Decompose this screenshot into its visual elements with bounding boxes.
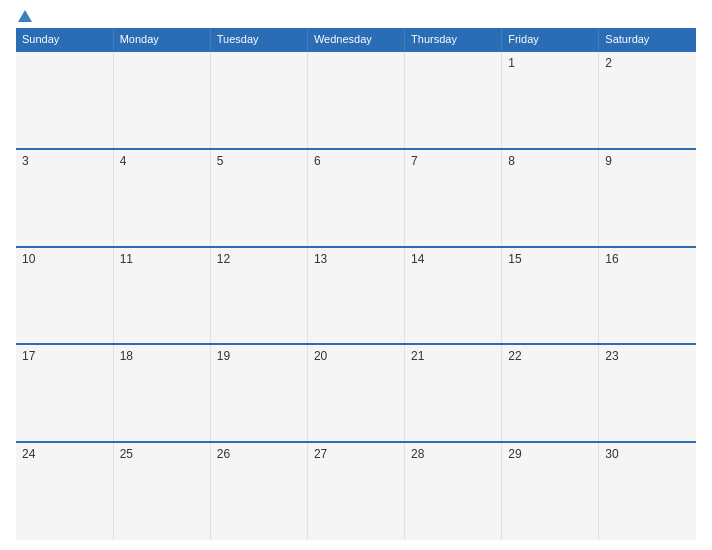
day-cell-13: 13	[307, 247, 404, 345]
week-row-0: 12	[16, 51, 696, 149]
day-number: 19	[217, 349, 230, 363]
day-cell-28: 28	[405, 442, 502, 540]
day-number: 13	[314, 252, 327, 266]
day-number: 27	[314, 447, 327, 461]
week-row-3: 17181920212223	[16, 344, 696, 442]
empty-cell	[16, 51, 113, 149]
day-cell-15: 15	[502, 247, 599, 345]
day-cell-23: 23	[599, 344, 696, 442]
day-number: 3	[22, 154, 29, 168]
day-cell-26: 26	[210, 442, 307, 540]
day-cell-30: 30	[599, 442, 696, 540]
day-cell-9: 9	[599, 149, 696, 247]
week-row-1: 3456789	[16, 149, 696, 247]
day-cell-5: 5	[210, 149, 307, 247]
weekday-header-thursday: Thursday	[405, 28, 502, 51]
day-number: 6	[314, 154, 321, 168]
day-cell-21: 21	[405, 344, 502, 442]
day-cell-25: 25	[113, 442, 210, 540]
day-number: 14	[411, 252, 424, 266]
weekday-header-wednesday: Wednesday	[307, 28, 404, 51]
day-cell-22: 22	[502, 344, 599, 442]
day-number: 24	[22, 447, 35, 461]
logo-blue-row	[18, 10, 36, 22]
day-cell-16: 16	[599, 247, 696, 345]
day-cell-6: 6	[307, 149, 404, 247]
day-number: 4	[120, 154, 127, 168]
day-number: 5	[217, 154, 224, 168]
day-cell-24: 24	[16, 442, 113, 540]
logo-triangle-icon	[18, 10, 32, 22]
weekday-header-saturday: Saturday	[599, 28, 696, 51]
week-row-2: 10111213141516	[16, 247, 696, 345]
day-number: 2	[605, 56, 612, 70]
day-number: 21	[411, 349, 424, 363]
empty-cell	[405, 51, 502, 149]
day-cell-20: 20	[307, 344, 404, 442]
day-cell-17: 17	[16, 344, 113, 442]
day-number: 28	[411, 447, 424, 461]
day-cell-3: 3	[16, 149, 113, 247]
calendar-table: SundayMondayTuesdayWednesdayThursdayFrid…	[16, 28, 696, 540]
day-number: 17	[22, 349, 35, 363]
day-number: 9	[605, 154, 612, 168]
day-number: 29	[508, 447, 521, 461]
calendar-header	[16, 10, 696, 22]
day-number: 20	[314, 349, 327, 363]
weekday-header-monday: Monday	[113, 28, 210, 51]
day-number: 26	[217, 447, 230, 461]
day-cell-18: 18	[113, 344, 210, 442]
weekday-header-row: SundayMondayTuesdayWednesdayThursdayFrid…	[16, 28, 696, 51]
day-cell-14: 14	[405, 247, 502, 345]
day-number: 30	[605, 447, 618, 461]
day-number: 22	[508, 349, 521, 363]
day-cell-4: 4	[113, 149, 210, 247]
day-number: 16	[605, 252, 618, 266]
day-cell-8: 8	[502, 149, 599, 247]
weekday-header-tuesday: Tuesday	[210, 28, 307, 51]
empty-cell	[307, 51, 404, 149]
day-number: 11	[120, 252, 133, 266]
day-number: 15	[508, 252, 521, 266]
day-cell-12: 12	[210, 247, 307, 345]
day-cell-2: 2	[599, 51, 696, 149]
day-cell-1: 1	[502, 51, 599, 149]
day-cell-27: 27	[307, 442, 404, 540]
weekday-header-friday: Friday	[502, 28, 599, 51]
day-number: 25	[120, 447, 133, 461]
day-cell-10: 10	[16, 247, 113, 345]
logo	[18, 10, 36, 22]
empty-cell	[113, 51, 210, 149]
empty-cell	[210, 51, 307, 149]
day-cell-19: 19	[210, 344, 307, 442]
week-row-4: 24252627282930	[16, 442, 696, 540]
day-cell-11: 11	[113, 247, 210, 345]
day-number: 1	[508, 56, 515, 70]
day-cell-7: 7	[405, 149, 502, 247]
day-number: 10	[22, 252, 35, 266]
day-number: 18	[120, 349, 133, 363]
day-number: 7	[411, 154, 418, 168]
day-number: 12	[217, 252, 230, 266]
day-number: 8	[508, 154, 515, 168]
day-number: 23	[605, 349, 618, 363]
weekday-header-sunday: Sunday	[16, 28, 113, 51]
day-cell-29: 29	[502, 442, 599, 540]
